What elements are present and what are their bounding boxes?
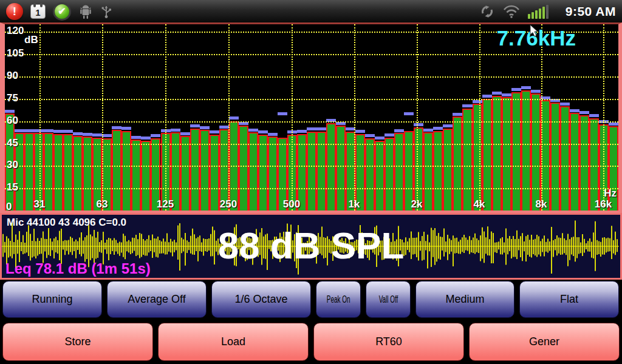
freq-tick-label: 31 — [34, 198, 46, 211]
spectrum-bar — [268, 136, 278, 211]
peak-hold-cap — [268, 133, 278, 136]
freq-tick-label: 125 — [157, 198, 174, 211]
peak-hold-cap — [502, 93, 511, 96]
spectrum-plot[interactable]: 7.76kHz 153045607590105120dB031631252505… — [5, 24, 618, 211]
check-icon: ✔ — [53, 2, 71, 21]
spectrum-bar — [521, 90, 531, 211]
spectrum-bar — [83, 136, 92, 211]
freq-gridline — [39, 24, 41, 211]
spectrum-bar — [73, 136, 83, 211]
peak-hold-cap — [63, 130, 73, 133]
peak-hold-cap — [423, 129, 433, 132]
peak-hold-cap — [171, 129, 180, 132]
peak-hold-cap — [473, 100, 482, 103]
spectrum-bar — [112, 130, 121, 211]
sync-icon — [479, 4, 495, 19]
button-peak-on[interactable]: Peak On — [316, 281, 361, 318]
spectrum-bar — [131, 140, 141, 211]
freq-tick-label: 2k — [411, 198, 423, 211]
peak-hold-cap — [151, 134, 160, 137]
freq-gridline — [603, 24, 604, 211]
file-buttons-row: StoreLoadRT60Gener — [0, 323, 622, 361]
spectrum-bar — [53, 134, 63, 211]
peak-hold-cap — [404, 112, 414, 115]
signal-strength-icon — [528, 4, 549, 19]
spectrum-bar — [239, 126, 248, 211]
waveform-panel[interactable]: Mic 44100 43 4096 C=0.0 88 dB SPL Leq 78… — [0, 213, 622, 280]
spl-readout: 88 dB SPL — [218, 224, 405, 267]
peak-hold-cap — [462, 104, 472, 107]
spectrum-bar — [531, 93, 541, 211]
spectrum-bar — [550, 103, 560, 211]
button-label: Vall Off — [378, 294, 398, 305]
peak-hold-cap — [180, 132, 190, 135]
peak-hold-cap — [560, 103, 570, 106]
button-flat[interactable]: Flat — [519, 281, 619, 318]
peak-hold-cap — [121, 127, 131, 130]
check-glyph: ✔ — [58, 5, 66, 17]
spectrum-bar — [180, 136, 190, 211]
button-label: Running — [32, 293, 72, 306]
db-tick-label: 75 — [7, 92, 18, 104]
peak-hold-cap — [44, 129, 53, 132]
peak-hold-cap — [73, 132, 83, 135]
db-gridline — [5, 121, 618, 123]
peak-hold-cap — [589, 114, 599, 117]
freq-tick-label: 250 — [220, 198, 237, 211]
mouse-cursor-icon — [530, 24, 539, 40]
button-load[interactable]: Load — [158, 323, 309, 361]
db-tick-label: 60 — [7, 115, 18, 127]
spectrum-bar — [200, 130, 210, 211]
button-store[interactable]: Store — [2, 323, 153, 361]
freq-gridline — [541, 24, 542, 211]
db-gridline — [5, 166, 618, 167]
peak-hold-cap — [492, 92, 502, 95]
peak-hold-cap — [355, 130, 365, 133]
mic-info: Mic 44100 43 4096 C=0.0 — [7, 217, 126, 229]
peak-hold-cap — [131, 136, 141, 139]
button-medium[interactable]: Medium — [415, 281, 514, 318]
spectrum-bar — [190, 129, 200, 211]
spectrum-bar — [473, 104, 482, 211]
freq-tick-label: 63 — [97, 198, 108, 211]
spectrum-bar — [570, 113, 579, 211]
button-vall-off[interactable]: Vall Off — [366, 281, 411, 318]
spectrum-bar — [502, 97, 511, 211]
button-gener[interactable]: Gener — [469, 323, 620, 361]
button-label: Flat — [560, 293, 578, 306]
peak-hold-cap — [258, 130, 268, 133]
button-rt60[interactable]: RT60 — [313, 323, 464, 361]
button-label: Average Off — [128, 293, 185, 306]
peak-hold-cap — [200, 126, 210, 129]
button-average-off[interactable]: Average Off — [107, 281, 207, 318]
button-1-6-octave[interactable]: 1/6 Octave — [211, 281, 311, 318]
spectrum-bar — [141, 141, 151, 211]
peak-hold-cap — [316, 127, 326, 130]
button-running[interactable]: Running — [2, 281, 102, 318]
alert-glyph: ! — [13, 5, 16, 18]
peak-hold-cap — [511, 88, 521, 91]
db-gridline — [5, 144, 618, 145]
peak-hold-cap — [102, 134, 112, 137]
wifi-icon — [502, 4, 521, 19]
spectrum-bar — [589, 118, 599, 211]
peak-hold-cap — [482, 95, 492, 98]
peak-hold-cap — [531, 90, 541, 93]
peak-hold-cap — [521, 86, 531, 89]
db-gridline — [5, 76, 618, 78]
peak-hold-cap — [579, 111, 589, 114]
spectrum-bar — [482, 99, 492, 211]
spectrum-bar — [121, 131, 131, 211]
button-label: Gener — [529, 335, 559, 348]
leq-readout: Leq 78.1 dB (1m 51s) — [5, 260, 151, 277]
spectrum-analyzer-panel[interactable]: 7.76kHz 153045607590105120dB031631252505… — [0, 22, 622, 213]
spectrum-bar — [443, 129, 453, 211]
db-gridline — [5, 99, 618, 100]
db-gridline — [5, 54, 618, 55]
status-bar[interactable]: ! 1 ✔ — [0, 0, 622, 22]
peak-hold-cap — [112, 126, 121, 129]
db-tick-label: 90 — [7, 70, 18, 82]
calendar-icon: 1 — [30, 4, 46, 19]
freq-gridline — [102, 24, 103, 211]
peak-hold-cap — [307, 127, 316, 130]
